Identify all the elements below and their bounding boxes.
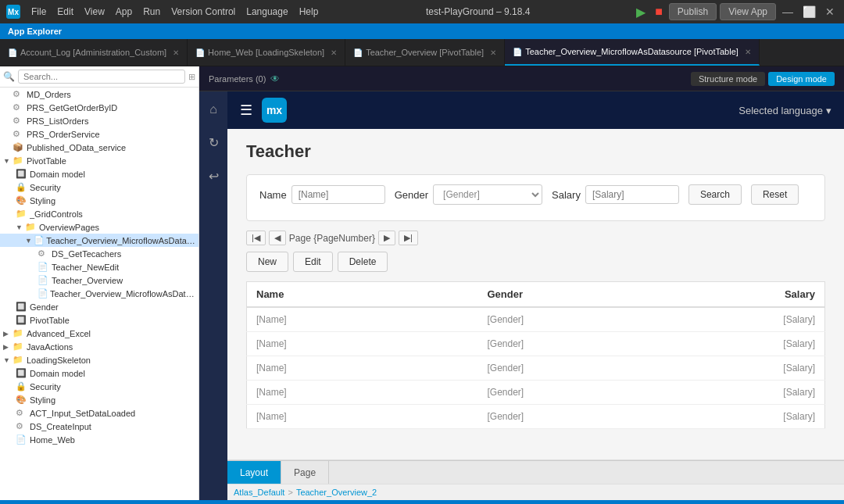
design-mode-button[interactable]: Design mode (768, 72, 835, 86)
chevron-down-icon: ▼ (3, 356, 13, 364)
sidebar-item-javaactions[interactable]: ▶ 📁 JavaActions (0, 340, 198, 353)
minimize-btn[interactable]: — (779, 2, 796, 21)
sidebar-item-gender[interactable]: 🔲 Gender (0, 300, 198, 313)
sidebar-item-styling[interactable]: 🎨 Styling (0, 194, 198, 207)
action-icon: ⚙ (16, 408, 28, 418)
tab-close-icon[interactable]: ✕ (745, 48, 751, 56)
name-input[interactable] (291, 185, 385, 204)
sidebar-item-domain-model[interactable]: 🔲 Domain model (0, 167, 198, 181)
sidebar-item-security[interactable]: 🔒 Security (0, 181, 198, 194)
home-icon[interactable]: ⌂ (205, 98, 222, 121)
chevron-right-icon: ▶ (3, 343, 13, 351)
gender-field: Gender [Gender] (395, 184, 542, 205)
new-button[interactable]: New (246, 252, 288, 272)
structure-mode-button[interactable]: Structure mode (691, 72, 765, 86)
sidebar-item-teacher-overview[interactable]: 📄 Teacher_Overview (0, 273, 198, 287)
title-bar-left: Mx File Edit View App Run Version Contro… (6, 5, 323, 19)
publish-button[interactable]: Publish (669, 3, 717, 20)
refresh-icon[interactable]: ↻ (204, 130, 224, 155)
maximize-btn[interactable]: ⬜ (799, 2, 819, 21)
tab-home-web[interactable]: 📄 Home_Web [LoadingSkeleton] ✕ (188, 39, 345, 66)
pagination-bar: |◀ ◀ Page {PageNumber} ▶ ▶| (246, 231, 825, 245)
language-selector[interactable]: Selected language ▾ (738, 105, 831, 116)
sidebar-item-teacher-microflow[interactable]: ▼ 📄 Teacher_Overview_MicroflowAsDatasour… (0, 234, 198, 247)
sidebar-item-pivottable[interactable]: ▼ 📁 PivotTable (0, 154, 198, 167)
tab-teacher-overview-microflow[interactable]: 📄 Teacher_Overview_MicroflowAsDatasource… (505, 39, 760, 66)
prev-page-btn[interactable]: ◀ (269, 231, 286, 245)
menu-app[interactable]: App (111, 5, 137, 19)
tab-teacher-overview[interactable]: 📄 Teacher_Overview [PivotTable] ✕ (345, 39, 505, 66)
tab-close-icon[interactable]: ✕ (331, 48, 337, 57)
menu-view[interactable]: View (80, 5, 109, 19)
sidebar-item-prs-listorders[interactable]: ⚙ PRS_ListOrders (0, 114, 198, 127)
tab-account-log[interactable]: 📄 Account_Log [Administration_Custom] ✕ (0, 39, 188, 66)
navigate-icon[interactable]: ↩ (204, 164, 224, 188)
table-row[interactable]: [Name] [Gender] [Salary] (247, 405, 825, 429)
gear-icon: ⚙ (13, 89, 25, 99)
tab-page[interactable]: Page (281, 461, 329, 484)
next-page-btn[interactable]: ▶ (378, 231, 395, 245)
first-page-btn[interactable]: |◀ (246, 231, 266, 245)
tab-layout[interactable]: Layout (227, 461, 281, 484)
run-btn[interactable]: ▶ (633, 2, 649, 23)
edit-button[interactable]: Edit (293, 252, 333, 272)
sidebar-item-teacher-overview-micro[interactable]: 📄 Teacher_Overview_MicroflowAsDatasource (0, 287, 198, 300)
search-button[interactable]: Search (688, 184, 742, 205)
sidebar-item-teacher-newedit[interactable]: 📄 Teacher_NewEdit (0, 260, 198, 273)
sidebar-item-act-input[interactable]: ⚙ ACT_Input_SetDataLoaded (0, 406, 198, 420)
menu-file[interactable]: File (27, 5, 51, 19)
table-row[interactable]: [Name] [Gender] [Salary] (247, 381, 825, 405)
name-label: Name (259, 189, 287, 201)
cell-name: [Name] (247, 307, 478, 332)
sidebar-item-prs-orderservice[interactable]: ⚙ PRS_OrderService (0, 127, 198, 141)
sidebar-item-home-web[interactable]: 📄 Home_Web (0, 433, 198, 446)
table-row[interactable]: [Name] [Gender] [Salary] (247, 356, 825, 381)
menu-language[interactable]: Language (241, 5, 292, 19)
col-header-salary: Salary (710, 282, 825, 308)
sidebar-item-advanced-excel[interactable]: ▶ 📁 Advanced_Excel (0, 327, 198, 340)
cell-name: [Name] (247, 381, 478, 405)
chevron-down-icon: ▼ (25, 237, 34, 245)
cell-name: [Name] (247, 332, 478, 356)
content-area: Parameters (0) 👁 Structure mode Design m… (199, 66, 844, 500)
tab-close-icon[interactable]: ✕ (490, 48, 496, 57)
sidebar-item-ds-gettecachers[interactable]: ⚙ DS_GetTecachers (0, 247, 198, 260)
folder-icon: 📁 (13, 341, 25, 352)
sidebar-item-prs-getorder[interactable]: ⚙ PRS_GetGetOrderByID (0, 101, 198, 114)
cell-gender: [Gender] (478, 356, 710, 381)
menu-run[interactable]: Run (138, 5, 165, 19)
sidebar-item-md-orders[interactable]: ⚙ MD_Orders (0, 88, 198, 101)
tab-close-icon[interactable]: ✕ (173, 48, 179, 57)
table-row[interactable]: [Name] [Gender] [Salary] (247, 332, 825, 356)
sidebar-item-security2[interactable]: 🔒 Security (0, 380, 198, 393)
sidebar-item-gridcontrols[interactable]: 📁 _GridControls (0, 207, 198, 220)
sidebar-item-styling2[interactable]: 🎨 Styling (0, 393, 198, 406)
params-label: Parameters (0) (209, 74, 266, 84)
last-page-btn[interactable]: ▶| (399, 231, 418, 245)
search-input[interactable] (18, 70, 185, 84)
expand-icon[interactable]: ⊞ (188, 72, 195, 82)
sidebar-item-ds-createinput[interactable]: ⚙ DS_CreateInput (0, 420, 198, 433)
reset-button[interactable]: Reset (751, 184, 799, 205)
menu-edit[interactable]: Edit (52, 5, 78, 19)
ds-icon: ⚙ (16, 421, 28, 431)
menu-version-control[interactable]: Version Control (166, 5, 240, 19)
gender-select[interactable]: [Gender] (433, 184, 542, 205)
menu-help[interactable]: Help (295, 5, 324, 19)
sidebar-item-domain-model2[interactable]: 🔲 Domain model (0, 366, 198, 380)
view-app-button[interactable]: View App (720, 3, 776, 20)
sidebar-item-pivottable2[interactable]: 🔲 PivotTable (0, 313, 198, 327)
cell-salary: [Salary] (710, 356, 825, 381)
sidebar-item-overviewpages[interactable]: ▼ 📁 OverviewPages (0, 220, 198, 234)
hamburger-icon[interactable]: ☰ (240, 102, 252, 119)
table-row[interactable]: [Name] [Gender] [Salary] (247, 307, 825, 332)
close-btn[interactable]: ✕ (822, 2, 838, 21)
sidebar-item-loadingskeleton[interactable]: ▼ 📁 LoadingSkeleton (0, 353, 198, 366)
breadcrumb-part-1[interactable]: Atlas_Default (234, 488, 284, 497)
salary-input[interactable] (585, 185, 679, 204)
sidebar-item-published-odata[interactable]: 📦 Published_OData_service (0, 141, 198, 154)
breadcrumb-part-2[interactable]: Teacher_Overview_2 (296, 488, 377, 497)
stop-btn[interactable]: ■ (652, 2, 666, 22)
eye-icon[interactable]: 👁 (270, 73, 280, 84)
delete-button[interactable]: Delete (338, 252, 388, 272)
